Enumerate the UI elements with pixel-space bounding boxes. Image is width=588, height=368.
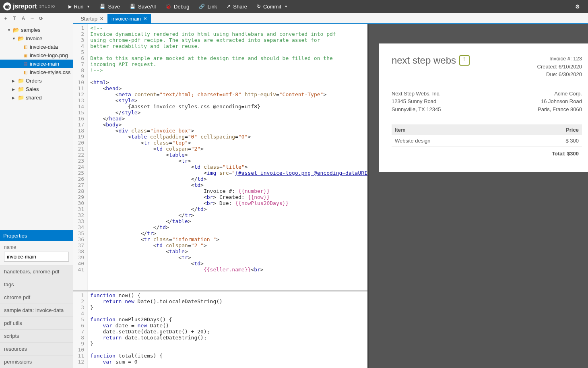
properties-panel: name handlebars, chrome-pdf tags chrome … — [0, 241, 73, 368]
property-pdf-utils[interactable]: pdf utils — [0, 316, 73, 329]
property-permissions[interactable]: permissions — [0, 355, 73, 368]
chevron-down-icon: ▼ — [12, 37, 16, 41]
data-icon: ◧ — [23, 44, 28, 50]
tree-folder-shared[interactable]: ▶📁shared — [0, 93, 73, 102]
property-resources[interactable]: resources — [0, 342, 73, 355]
save-all-icon: 💾 — [130, 4, 136, 9]
tree-file-invoice-main[interactable]: ▤invoice-main — [0, 60, 73, 68]
name-label: name — [4, 244, 69, 250]
invoice-number: Invoice #: 123 — [537, 55, 582, 63]
logo-mark-icon — [459, 55, 470, 66]
commit-button[interactable]: ↻Commit▼ — [252, 0, 293, 13]
tree-file-invoice-logo[interactable]: ▣invoice-logo.png — [0, 51, 73, 60]
refresh-button[interactable]: ⟳ — [37, 14, 45, 23]
tab-invoice-main[interactable]: invoice-main✕ — [107, 14, 151, 23]
editor-tabs: Startup✕ invoice-main✕ — [73, 13, 588, 24]
chevron-down-icon: ▼ — [7, 28, 11, 32]
buyer-address: Acme Corp. 16 Johnson Road Paris, France… — [538, 90, 582, 114]
tree-file-invoice-data[interactable]: ◧invoice-data — [0, 43, 73, 51]
save-button[interactable]: 💾Save — [95, 0, 125, 13]
property-chrome-pdf[interactable]: chrome pdf — [0, 291, 73, 304]
invoice-meta: Invoice #: 123 Created: 6/10/2020 Due: 6… — [537, 55, 582, 79]
invoice-created: Created: 6/10/2020 — [537, 63, 582, 71]
app-logo: ◉ jsreport STUDIO — [3, 2, 56, 10]
folder-icon: 📁 — [18, 78, 24, 84]
close-icon[interactable]: ✕ — [143, 16, 147, 21]
folder-icon: 📁 — [18, 95, 24, 101]
save-all-button[interactable]: 💾SaveAll — [125, 0, 161, 13]
gear-icon: ⚙ — [575, 4, 580, 10]
entity-tree: ▼📂samples ▼📂Invoice ◧invoice-data ▣invoi… — [0, 24, 73, 103]
link-button[interactable]: 🔗Link — [194, 0, 222, 13]
template-editor[interactable]: 1234567891011121314151617181920212223242… — [73, 24, 367, 292]
property-tags[interactable]: tags — [0, 278, 73, 291]
invoice-preview: next step webs Invoice #: 123 Created: 6… — [379, 43, 588, 172]
link-icon: 🔗 — [199, 4, 205, 9]
template-icon: ▤ — [23, 61, 28, 67]
sidebar: + T A → ⟳ ▼📂samples ▼📂Invoice ◧invoice-d… — [0, 13, 73, 368]
commit-icon: ↻ — [257, 4, 261, 9]
tree-folder-sales[interactable]: ▶📁Sales — [0, 85, 73, 93]
css-icon: ◧ — [23, 70, 28, 75]
chevron-right-icon: ▶ — [12, 87, 16, 91]
preview-panel: next step webs Invoice #: 123 Created: 6… — [369, 24, 588, 368]
line-gutter: 123456789101112 — [73, 292, 88, 368]
share-icon: ↗ — [227, 4, 231, 9]
tree-folder-samples[interactable]: ▼📂samples — [0, 26, 73, 34]
save-icon: 💾 — [99, 4, 105, 9]
bug-icon: 🐞 — [165, 4, 171, 9]
logo-subtext: STUDIO — [39, 4, 56, 8]
helpers-editor[interactable]: 123456789101112 function now() { return … — [73, 292, 367, 368]
folder-open-icon: 📂 — [13, 27, 19, 33]
tree-folder-invoice[interactable]: ▼📂Invoice — [0, 34, 73, 43]
code-editor-column: 1234567891011121314151617181920212223242… — [73, 24, 369, 368]
col-item: Item — [392, 124, 522, 135]
content-area: Startup✕ invoice-main✕ 12345678910111213… — [73, 13, 588, 368]
seller-address: Next Step Webs, Inc. 12345 Sunny Road Su… — [392, 90, 441, 114]
chevron-right-icon: ▶ — [12, 96, 16, 100]
chevron-right-icon: ▶ — [12, 79, 16, 83]
invoice-items-table: ItemPrice Website design$ 300 — [392, 124, 582, 147]
logo-text: jsreport — [13, 3, 37, 10]
caret-down-icon: ▼ — [87, 5, 90, 8]
folder-icon: 📁 — [18, 86, 24, 92]
sidebar-toolbar: + T A → ⟳ — [0, 13, 73, 24]
logo-icon: ◉ — [3, 2, 11, 10]
invoice-logo: next step webs — [392, 55, 470, 66]
share-button[interactable]: ↗Share — [222, 0, 252, 13]
col-price: Price — [522, 124, 582, 135]
property-name: name — [0, 241, 73, 265]
property-scripts[interactable]: scripts — [0, 329, 73, 342]
property-engine-recipe[interactable]: handlebars, chrome-pdf — [0, 265, 73, 278]
code-content[interactable]: function now() { return new Date().toLoc… — [88, 292, 367, 368]
invoice-due: Due: 6/30/2020 — [537, 70, 582, 79]
properties-header: Properties — [0, 230, 73, 241]
invoice-total: Total: $300 — [392, 147, 582, 161]
run-button[interactable]: ▶Run▼ — [64, 0, 95, 13]
new-button[interactable]: + — [2, 14, 10, 23]
line-gutter: 1234567891011121314151617181920212223242… — [73, 24, 88, 290]
filter-a-button[interactable]: A — [19, 14, 27, 23]
name-input[interactable] — [4, 252, 69, 262]
folder-open-icon: 📂 — [18, 35, 24, 41]
filter-t-button[interactable]: T — [10, 14, 19, 23]
tree-folder-orders[interactable]: ▶📁Orders — [0, 76, 73, 85]
table-row: Website design$ 300 — [392, 135, 582, 147]
main-toolbar: ◉ jsreport STUDIO ▶Run▼ 💾Save 💾SaveAll 🐞… — [0, 0, 588, 13]
play-icon: ▶ — [68, 4, 72, 9]
caret-down-icon: ▼ — [285, 5, 288, 8]
property-sample-data[interactable]: sample data: invoice-data — [0, 304, 73, 316]
tab-startup[interactable]: Startup✕ — [76, 14, 107, 23]
close-icon[interactable]: ✕ — [100, 16, 103, 21]
settings-button[interactable]: ⚙ — [570, 0, 585, 13]
debug-button[interactable]: 🐞Debug — [161, 0, 194, 13]
collapse-button[interactable]: → — [28, 14, 36, 23]
code-content[interactable]: <!--Invoice dynamically rendered into ht… — [88, 24, 367, 290]
image-icon: ▣ — [23, 53, 28, 58]
tree-file-invoice-styles[interactable]: ◧invoice-styles.css — [0, 68, 73, 76]
